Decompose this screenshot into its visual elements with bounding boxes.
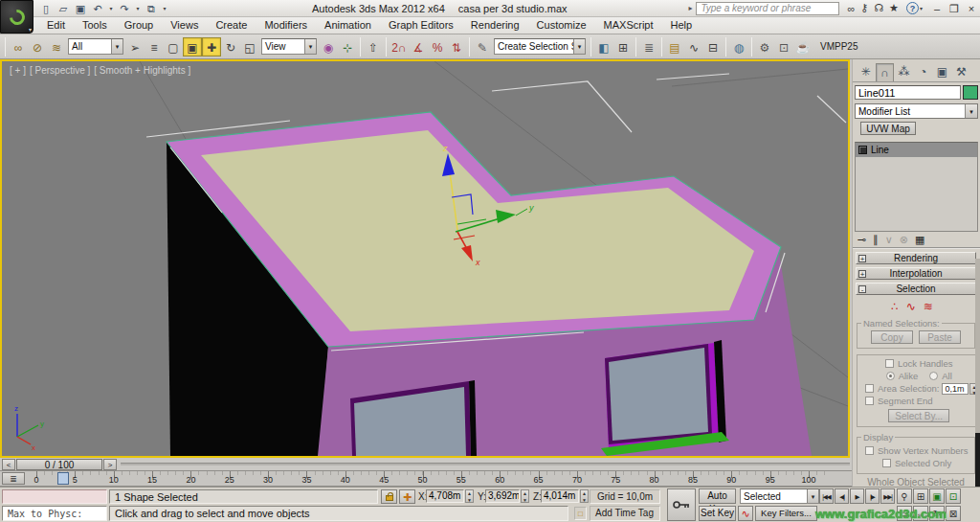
previous-frame-button[interactable]: ◀| <box>835 488 849 504</box>
communication-center-icon[interactable]: ☊ <box>874 2 883 14</box>
search-binoculars-icon[interactable]: ∞ <box>847 3 855 14</box>
go-to-start-button[interactable]: |◀◀ <box>819 488 834 504</box>
selection-lock-toggle[interactable] <box>381 489 397 504</box>
zoom-extents-all-icon[interactable]: ⊡ <box>946 488 961 504</box>
remove-modifier-icon[interactable]: ⊗ <box>900 234 908 246</box>
save-file-icon[interactable]: ▣ <box>73 2 88 15</box>
play-button[interactable]: ▶ <box>850 488 864 504</box>
zoom-all-icon[interactable]: ⊞ <box>913 488 928 504</box>
y-spinner[interactable]: ▲▼ <box>521 489 529 503</box>
macro-recorder-field[interactable] <box>2 489 107 504</box>
x-spinner[interactable]: ▲▼ <box>465 489 474 503</box>
command-panel-scrollbar[interactable] <box>975 259 980 487</box>
new-scene-icon[interactable]: ▯ <box>38 2 54 15</box>
tab-display[interactable]: ▣ <box>933 63 951 81</box>
menu-item-maxscript[interactable]: MAXScript <box>595 17 662 34</box>
modifier-stack[interactable]: Line <box>855 142 978 232</box>
application-menu-button[interactable]: ▾ <box>0 0 33 34</box>
rollout-selection[interactable]: - Selection <box>856 283 976 295</box>
curve-editor-icon[interactable]: ∿ <box>684 37 703 57</box>
search-caret-icon[interactable]: ▸ <box>688 4 692 12</box>
workspace-dropdown[interactable]: ▾ <box>161 2 168 15</box>
subscription-key-icon[interactable]: ⚷ <box>860 2 868 14</box>
keyboard-override-icon[interactable]: ⇧ <box>364 37 383 57</box>
use-pivot-center-icon[interactable]: ◉ <box>319 37 338 57</box>
default-in-out-tangents-button[interactable]: ∿ <box>738 506 753 521</box>
rollout-interpolation[interactable]: + Interpolation <box>856 267 976 280</box>
vertex-subobject-icon[interactable]: ∴ <box>891 300 906 313</box>
redo-icon[interactable]: ↷ <box>117 2 132 15</box>
make-unique-icon[interactable]: ∨ <box>885 234 893 246</box>
select-and-manipulate-icon[interactable]: ⊹ <box>338 37 357 57</box>
select-and-link-icon[interactable]: ∞ <box>9 37 28 57</box>
angle-snap-icon[interactable]: ∡ <box>409 37 428 57</box>
collapse-icon[interactable]: - <box>858 285 866 293</box>
maxscript-mini-listener[interactable]: Max to Physc: <box>2 506 107 521</box>
menu-item-customize[interactable]: Customize <box>528 17 595 34</box>
schematic-view-icon[interactable]: ⊟ <box>703 37 723 57</box>
scene-explorer-icon[interactable]: ▤ <box>665 37 684 57</box>
tab-utilities[interactable]: ⚒ <box>952 63 970 81</box>
menu-item-graph-editors[interactable]: Graph Editors <box>380 17 462 34</box>
layer-manager-icon[interactable]: ≣ <box>639 37 658 57</box>
mini-curve-editor-button[interactable]: ≣ <box>2 472 25 485</box>
menu-item-views[interactable]: Views <box>162 17 207 34</box>
menu-item-rendering[interactable]: Rendering <box>462 17 528 34</box>
track-bar-ruler[interactable]: 0510152025303540455055606570758085909510… <box>27 471 825 487</box>
y-coordinate-field[interactable]: 3,692m <box>485 489 520 503</box>
open-file-icon[interactable]: ▱ <box>56 2 71 15</box>
render-production-icon[interactable]: ☕ <box>793 37 813 57</box>
favorites-icon[interactable]: ★ <box>889 2 899 14</box>
select-and-move-button[interactable]: ✚ <box>202 37 221 57</box>
restore-button[interactable]: ❐ <box>946 1 963 16</box>
scrollbar-thumb[interactable] <box>975 433 980 487</box>
spline-subobject-icon[interactable]: ≋ <box>924 300 941 313</box>
show-end-result-icon[interactable]: ∥ <box>873 234 879 246</box>
copy-button[interactable]: Copy <box>871 330 913 344</box>
track-bar[interactable]: ≣ 05101520253035404550556065707580859095… <box>0 471 852 487</box>
tab-modify[interactable]: ∩ <box>876 63 894 81</box>
select-and-rotate-button[interactable]: ↻ <box>221 37 240 57</box>
tab-hierarchy[interactable]: ⁂ <box>895 63 913 81</box>
rectangular-selection-icon[interactable]: ▢ <box>164 37 183 57</box>
menu-item-group[interactable]: Group <box>116 17 163 34</box>
go-to-end-button[interactable]: ▶▶| <box>880 488 895 504</box>
edit-named-selections-icon[interactable]: ✎ <box>473 37 492 57</box>
tab-motion[interactable]: ◔ <box>914 63 932 81</box>
segment-subobject-icon[interactable]: ∿ <box>906 300 924 313</box>
select-by-name-icon[interactable]: ≡ <box>145 37 164 57</box>
bind-to-spacewarp-icon[interactable]: ≋ <box>47 37 66 57</box>
uvw-map-button[interactable]: UVW Map <box>860 122 916 135</box>
snaps-toggle-icon[interactable]: 2∩ <box>390 37 409 57</box>
time-tag-icon[interactable]: □ <box>574 507 587 520</box>
select-and-scale-button[interactable]: ◱ <box>240 37 259 57</box>
rendered-frame-icon[interactable]: ⊡ <box>774 37 793 57</box>
viewport-menu-plus[interactable]: [ + ] <box>10 65 26 76</box>
add-time-tag[interactable]: Add Time Tag <box>590 506 660 521</box>
tab-create[interactable]: ✳ <box>857 63 875 81</box>
segment-end-checkbox[interactable] <box>865 397 874 405</box>
modifier-list-dropdown[interactable]: Modifier List ▾ <box>855 103 978 119</box>
configure-modifier-sets-icon[interactable]: ▦ <box>915 234 924 246</box>
menu-item-edit[interactable]: Edit <box>38 17 74 34</box>
viewport-menu-view[interactable]: [ Perspective ] <box>30 65 90 76</box>
spinner-snap-icon[interactable]: ⇅ <box>447 37 466 57</box>
select-object-icon[interactable]: ➢ <box>125 37 145 57</box>
show-vertex-numbers-checkbox[interactable] <box>865 446 874 455</box>
key-filters-button[interactable]: Key Filters... <box>755 506 817 521</box>
pin-stack-icon[interactable]: ⊸ <box>858 234 866 246</box>
render-setup-icon[interactable]: ⚙ <box>755 37 774 57</box>
project-toolbar-icon[interactable]: ⧉ <box>144 2 159 15</box>
expand-icon[interactable]: + <box>858 255 866 262</box>
area-selection-checkbox[interactable] <box>865 384 874 393</box>
selection-filter-dropdown[interactable]: All▾ <box>68 38 123 55</box>
time-slider-handle[interactable]: 0 / 100 <box>16 459 102 470</box>
z-coordinate-field[interactable]: 4,014m <box>541 489 579 503</box>
next-frame-button[interactable]: |▶ <box>865 488 880 504</box>
next-frame-arrow[interactable]: > <box>103 459 117 470</box>
selected-only-checkbox[interactable] <box>882 459 891 467</box>
stack-item-bulb-icon[interactable] <box>858 146 867 154</box>
set-key-button[interactable]: Set Key <box>699 506 736 521</box>
undo-dropdown[interactable]: ▾ <box>107 2 115 15</box>
zoom-extents-icon[interactable]: ▣ <box>929 488 945 504</box>
